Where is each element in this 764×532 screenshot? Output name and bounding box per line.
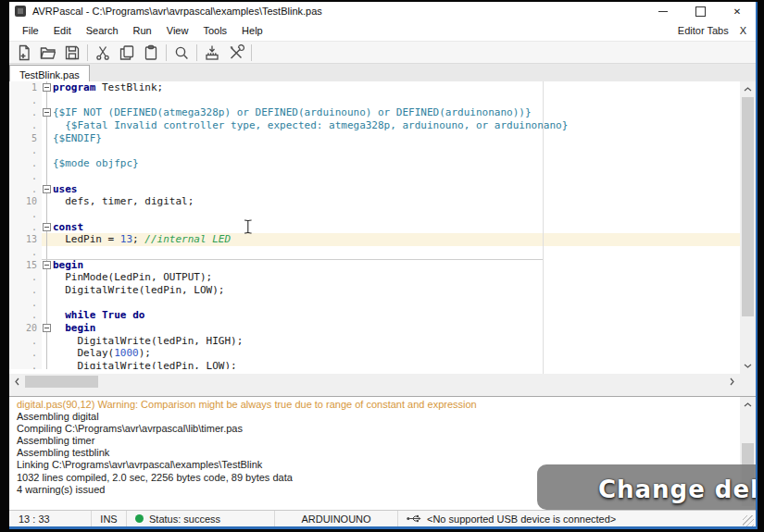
caret-position: 13 : 33: [9, 511, 92, 526]
line-number: .: [9, 119, 42, 132]
code-text: begin: [53, 259, 740, 272]
code-line[interactable]: . DigitalWrite(ledPin, LOW);: [9, 284, 740, 297]
block-divider-line: [42, 259, 543, 260]
editor-vscroll-thumb[interactable]: [742, 97, 754, 316]
code-line[interactable]: 13 LedPin = 13; //internal LED: [9, 233, 740, 246]
fold-column: [42, 119, 53, 132]
code-line[interactable]: . Delay(1000);: [9, 347, 740, 360]
code-line[interactable]: .: [9, 144, 740, 157]
output-line[interactable]: Compiling C:\Programs\avr\avrpascal\lib\…: [9, 423, 740, 435]
save-button[interactable]: [60, 43, 84, 63]
fold-toggle-icon[interactable]: [43, 83, 51, 92]
output-warning-line[interactable]: digital.pas(90,12) Warning: Comparison m…: [9, 399, 740, 411]
output-line[interactable]: Assembling timer: [9, 435, 740, 447]
output-line[interactable]: Assembling testblink: [9, 447, 740, 459]
code-line[interactable]: 5{$ENDIF}: [9, 132, 740, 145]
tab-testblink[interactable]: TestBlink.pas: [9, 65, 90, 83]
code-line[interactable]: .{$mode objfpc}: [9, 157, 740, 170]
fold-column: [42, 360, 53, 369]
code-line[interactable]: 20 begin: [9, 322, 740, 335]
scroll-down-arrow-icon[interactable]: [740, 358, 756, 374]
code-line[interactable]: 15begin: [9, 259, 740, 272]
code-line[interactable]: .: [9, 208, 740, 221]
cut-button[interactable]: [91, 43, 115, 63]
line-number: .: [9, 246, 42, 259]
code-area[interactable]: 1program TestBlink;..{$IF NOT (DEFINED(a…: [9, 81, 740, 369]
line-number: .: [9, 284, 42, 297]
editor-horizontal-scrollbar[interactable]: [9, 374, 756, 390]
fold-column: [42, 246, 53, 259]
new-file-icon: [16, 44, 32, 61]
code-line[interactable]: .: [9, 297, 740, 310]
code-line[interactable]: . while True do: [9, 309, 740, 322]
code-line[interactable]: . PinMode(LedPin, OUTPUT);: [9, 271, 740, 284]
fold-column: [42, 81, 53, 94]
code-line[interactable]: .: [9, 94, 740, 107]
compile-status: Status: success: [127, 511, 275, 526]
fold-toggle-icon[interactable]: [43, 185, 51, 193]
toolbar: [9, 42, 756, 64]
line-number: .: [9, 94, 42, 107]
code-line[interactable]: .const: [9, 221, 740, 234]
paste-button[interactable]: [139, 43, 163, 63]
line-number: .: [9, 144, 42, 157]
output-line[interactable]: Assembling digital: [9, 411, 740, 423]
menu-file[interactable]: File: [15, 25, 46, 36]
line-number: .: [9, 309, 42, 322]
fold-toggle-icon[interactable]: [43, 324, 51, 332]
code-line[interactable]: 10 defs, timer, digital;: [9, 195, 740, 208]
code-line[interactable]: .: [9, 170, 740, 183]
app-window: AVRPascal - C:\Programs\avr\avrpascal\ex…: [9, 2, 758, 529]
scroll-up-arrow-icon[interactable]: [740, 397, 756, 413]
open-folder-button[interactable]: [36, 43, 60, 63]
scroll-up-arrow-icon[interactable]: [740, 81, 756, 97]
line-number: 15: [9, 259, 42, 272]
code-text: [53, 94, 740, 107]
editor-tabs-close-button[interactable]: X: [740, 25, 746, 36]
scroll-left-arrow-icon[interactable]: [9, 374, 25, 390]
cut-icon: [94, 44, 111, 61]
fold-column: [42, 106, 53, 119]
fold-toggle-icon[interactable]: [43, 223, 51, 231]
menu-tools[interactable]: Tools: [195, 25, 234, 36]
code-line[interactable]: . DigitalWrite(ledPin, HIGH);: [9, 335, 740, 348]
copy-button[interactable]: [115, 43, 139, 63]
fold-toggle-icon[interactable]: [43, 261, 51, 269]
line-number: .: [9, 183, 42, 196]
fold-column: [42, 157, 53, 170]
status-dot-icon: [135, 514, 144, 523]
caption-text: Change del: [598, 476, 756, 503]
code-line[interactable]: .: [9, 246, 740, 259]
code-line[interactable]: . DigitalWrite(ledPin, LOW);: [9, 360, 740, 369]
code-text: [53, 144, 740, 157]
menu-help[interactable]: Help: [234, 25, 270, 36]
code-editor[interactable]: 1program TestBlink;..{$IF NOT (DEFINED(a…: [9, 81, 756, 390]
code-line[interactable]: .uses: [9, 183, 740, 196]
fold-toggle-icon[interactable]: [43, 108, 51, 117]
new-file-button[interactable]: [12, 43, 36, 63]
menu-edit[interactable]: Edit: [46, 25, 79, 36]
minimize-button[interactable]: [645, 2, 682, 20]
code-line[interactable]: . {$Fatal Invalid controller type, expec…: [9, 119, 740, 132]
resize-grip[interactable]: [743, 515, 754, 526]
maximize-button[interactable]: [682, 2, 719, 20]
tools-button[interactable]: [224, 43, 248, 63]
editor-vertical-scrollbar[interactable]: [740, 81, 756, 374]
program-board-button[interactable]: [200, 43, 224, 63]
code-text: defs, timer, digital;: [53, 195, 740, 208]
code-line[interactable]: .{$IF NOT (DEFINED(atmega328p) or DEFINE…: [9, 106, 740, 119]
status-text: Status: success: [149, 513, 220, 525]
code-line[interactable]: 1program TestBlink;: [9, 81, 740, 94]
editor-hscroll-thumb[interactable]: [25, 376, 98, 388]
target-board: ARDUINOUNO: [275, 511, 398, 526]
menu-view[interactable]: View: [159, 25, 196, 36]
close-button[interactable]: ✕: [719, 2, 756, 20]
scroll-right-arrow-icon[interactable]: [724, 374, 740, 390]
fold-column: [42, 322, 53, 335]
menu-items: FileEditSearchRunViewToolsHelp: [15, 25, 270, 36]
menu-search[interactable]: Search: [79, 25, 126, 36]
search-button[interactable]: [169, 43, 194, 63]
menu-run[interactable]: Run: [126, 25, 159, 36]
line-number: .: [9, 271, 42, 284]
line-number: .: [9, 208, 42, 221]
